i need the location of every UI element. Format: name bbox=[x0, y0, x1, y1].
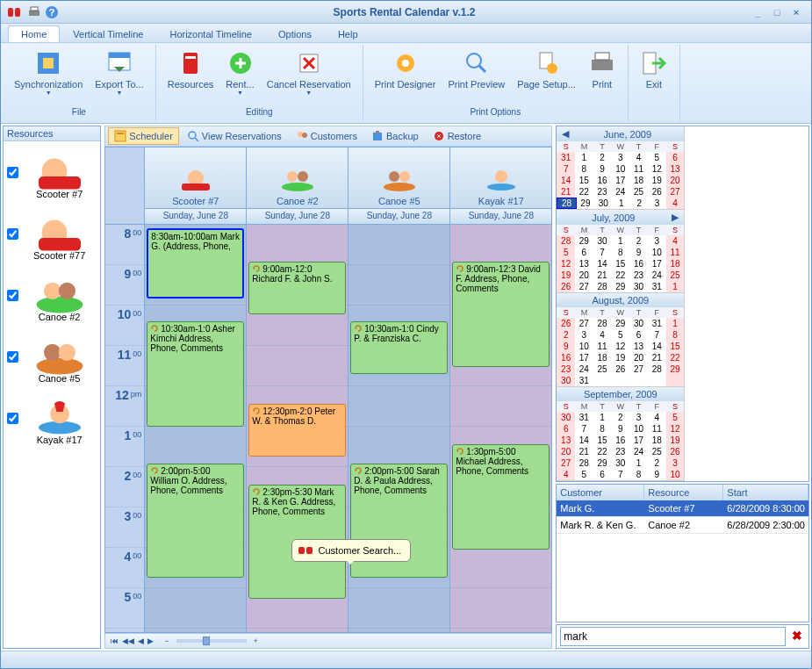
resource-item[interactable]: Canoe #2 bbox=[4, 264, 100, 326]
export-button[interactable]: Export To...▼ bbox=[89, 47, 149, 107]
event[interactable]: 10:30am-1:0 Asher Kimchi Address, Phone,… bbox=[147, 321, 244, 427]
col-customer[interactable]: Customer bbox=[557, 485, 644, 500]
cal-day[interactable]: 12 bbox=[611, 341, 629, 352]
cal-day[interactable]: 6 bbox=[575, 247, 593, 258]
cal-day[interactable]: 10 bbox=[666, 469, 685, 480]
cal-day[interactable]: 18 bbox=[629, 175, 648, 186]
cal-day[interactable]: 2 bbox=[593, 152, 612, 163]
cal-day[interactable]: 29 bbox=[593, 457, 612, 469]
cal-day[interactable]: 8 bbox=[575, 163, 593, 175]
col-resource[interactable]: Resource bbox=[644, 485, 723, 500]
cal-day[interactable]: 5 bbox=[575, 469, 593, 480]
subtab-viewres[interactable]: View Reservations bbox=[181, 127, 288, 145]
cal-day[interactable]: 30 bbox=[593, 235, 612, 247]
minimize-button[interactable]: _ bbox=[750, 7, 765, 18]
cal-day[interactable]: 9 bbox=[611, 423, 629, 435]
grid-row[interactable]: Mark R. & Ken G.Canoe #26/28/2009 2:30:0… bbox=[557, 517, 808, 534]
cal-day[interactable]: 19 bbox=[557, 270, 575, 281]
cal-day[interactable]: 13 bbox=[666, 163, 685, 175]
cal-day[interactable]: 6 bbox=[666, 152, 685, 163]
zoom-slider[interactable] bbox=[176, 639, 247, 643]
cal-day[interactable]: 9 bbox=[557, 341, 575, 352]
event[interactable]: 9:00am-12:3 David F. Address, Phone, Com… bbox=[452, 262, 550, 367]
cal-day[interactable]: 30 bbox=[611, 457, 629, 469]
cal-day[interactable]: 30 bbox=[557, 375, 575, 386]
cal-day[interactable]: 5 bbox=[611, 329, 629, 341]
cal-day[interactable]: 15 bbox=[611, 258, 629, 270]
cal-day[interactable]: 16 bbox=[557, 352, 575, 363]
resource-checkbox[interactable] bbox=[7, 413, 18, 424]
cal-day[interactable]: 28 bbox=[557, 235, 575, 247]
cal-day[interactable]: 22 bbox=[666, 352, 685, 363]
print-button[interactable]: Print bbox=[582, 47, 622, 107]
cal-day[interactable]: 3 bbox=[611, 152, 629, 163]
nav-prev[interactable]: ◀◀ bbox=[122, 637, 134, 645]
cal-day[interactable]: 31 bbox=[575, 412, 593, 423]
cal-day[interactable]: 19 bbox=[611, 352, 629, 363]
print-designer-button[interactable]: Print Designer bbox=[369, 47, 442, 107]
cal-day[interactable]: 27 bbox=[575, 281, 593, 292]
cal-day[interactable] bbox=[629, 375, 648, 386]
cal-day[interactable]: 29 bbox=[666, 363, 685, 375]
cal-day[interactable]: 28 bbox=[593, 281, 612, 292]
maximize-button[interactable]: □ bbox=[769, 7, 785, 18]
event[interactable]: 10:30am-1:0 Cindy P. & Franziska C. bbox=[350, 321, 448, 374]
cal-day[interactable]: 20 bbox=[666, 175, 685, 186]
cal-day[interactable]: 30 bbox=[629, 318, 648, 329]
cal-day[interactable]: 3 bbox=[629, 412, 648, 423]
cal-day[interactable]: 26 bbox=[666, 446, 685, 457]
cal-day[interactable]: 2 bbox=[629, 235, 648, 247]
cal-day[interactable]: 18 bbox=[648, 435, 666, 446]
subtab-backup[interactable]: Backup bbox=[365, 127, 425, 145]
cal-day[interactable] bbox=[666, 375, 685, 386]
resource-item[interactable]: Canoe #5 bbox=[4, 326, 100, 387]
cancel-button[interactable]: Cancel Reservation▼ bbox=[261, 47, 357, 107]
cal-day[interactable]: 6 bbox=[557, 423, 575, 435]
cal-day[interactable]: 24 bbox=[575, 363, 593, 375]
cal-day[interactable]: 8 bbox=[629, 469, 648, 480]
cal-day[interactable]: 12 bbox=[648, 163, 666, 175]
cal-day[interactable]: 11 bbox=[666, 247, 685, 258]
nav-fwd[interactable]: ▶ bbox=[147, 637, 154, 645]
cal-day[interactable]: 24 bbox=[629, 446, 648, 457]
cal-day[interactable]: 5 bbox=[648, 152, 666, 163]
cal-day[interactable]: 13 bbox=[629, 341, 648, 352]
cal-day[interactable]: 1 bbox=[629, 457, 648, 469]
cal-day[interactable]: 9 bbox=[593, 163, 612, 175]
cal-day[interactable]: 19 bbox=[666, 435, 685, 446]
nav-first[interactable]: ⏮ bbox=[111, 637, 119, 645]
cal-day[interactable]: 18 bbox=[666, 258, 685, 270]
page-setup-button[interactable]: Page Setup... bbox=[511, 47, 582, 107]
cal-day[interactable]: 2 bbox=[630, 198, 648, 209]
cal-day[interactable]: 25 bbox=[629, 186, 648, 198]
resource-checkbox[interactable] bbox=[7, 290, 18, 301]
cal-next[interactable]: ▶ bbox=[668, 212, 682, 223]
cal-day[interactable]: 17 bbox=[648, 258, 666, 270]
schedule-lane[interactable]: 9:00am-12:0 Richard F. & John S.12:30pm-… bbox=[247, 225, 348, 632]
cal-day[interactable]: 8 bbox=[593, 423, 612, 435]
cal-day[interactable]: 17 bbox=[629, 435, 648, 446]
cal-day[interactable]: 21 bbox=[648, 352, 666, 363]
event[interactable]: 12:30pm-2:0 Peter W. & Thomas D. bbox=[248, 404, 346, 457]
cal-day[interactable]: 23 bbox=[557, 363, 575, 375]
grid-row[interactable]: Mark G.Scooter #76/28/2009 8:30:00 bbox=[557, 500, 808, 517]
cal-day[interactable]: 7 bbox=[611, 469, 629, 480]
cal-day[interactable]: 27 bbox=[575, 318, 593, 329]
resource-checkbox[interactable] bbox=[7, 228, 18, 240]
tab-help[interactable]: Help bbox=[325, 25, 371, 42]
zoom-plus[interactable]: + bbox=[254, 637, 258, 645]
cal-day[interactable]: 12 bbox=[666, 423, 685, 435]
cal-day[interactable]: 26 bbox=[557, 318, 575, 329]
cal-day[interactable]: 30 bbox=[594, 198, 612, 209]
cal-day[interactable]: 23 bbox=[593, 186, 612, 198]
cal-day[interactable]: 16 bbox=[629, 258, 648, 270]
cal-day[interactable]: 4 bbox=[557, 469, 575, 480]
cal-day[interactable]: 31 bbox=[557, 152, 575, 163]
tab-horizontal[interactable]: Horizontal Timeline bbox=[156, 25, 265, 42]
cal-day[interactable]: 27 bbox=[666, 186, 685, 198]
cal-day[interactable]: 1 bbox=[611, 235, 629, 247]
cal-day[interactable]: 26 bbox=[611, 363, 629, 375]
tab-vertical[interactable]: Vertical Timeline bbox=[60, 25, 156, 42]
cal-day[interactable]: 30 bbox=[629, 281, 648, 292]
cal-day[interactable]: 29 bbox=[611, 318, 629, 329]
